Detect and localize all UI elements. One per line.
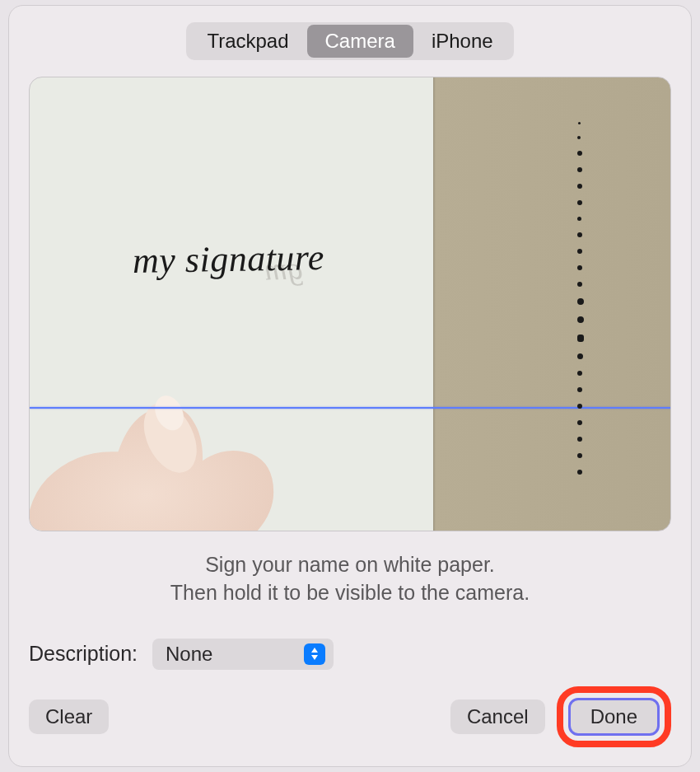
tab-camera[interactable]: Camera — [307, 25, 413, 58]
description-label: Description: — [29, 642, 138, 666]
cancel-button[interactable]: Cancel — [450, 699, 545, 734]
description-row: Description: None — [29, 639, 671, 670]
chevron-updown-icon — [304, 643, 325, 665]
signature-capture-panel: Trackpad Camera iPhone gm my signature S… — [8, 5, 692, 767]
capture-mode-tabs: Trackpad Camera iPhone — [186, 22, 513, 60]
description-value: None — [166, 643, 304, 666]
description-select[interactable]: None — [152, 639, 334, 670]
hand-graphic — [29, 330, 308, 531]
done-highlight-ring: Done — [557, 686, 671, 747]
instructions-line2: Then hold it to be visible to the camera… — [29, 579, 671, 607]
instructions-line1: Sign your name on white paper. — [29, 551, 671, 579]
tab-iphone[interactable]: iPhone — [413, 25, 511, 58]
clear-button[interactable]: Clear — [29, 699, 109, 734]
button-row: Clear Cancel Done — [29, 686, 671, 747]
camera-preview: gm my signature — [29, 77, 671, 531]
baseline-guide — [30, 407, 670, 409]
signature-text: my signature — [133, 236, 325, 282]
instructions-text: Sign your name on white paper. Then hold… — [29, 551, 671, 607]
paper-edge-marks — [577, 110, 584, 506]
done-button[interactable]: Done — [568, 698, 660, 736]
tab-trackpad[interactable]: Trackpad — [189, 25, 306, 58]
